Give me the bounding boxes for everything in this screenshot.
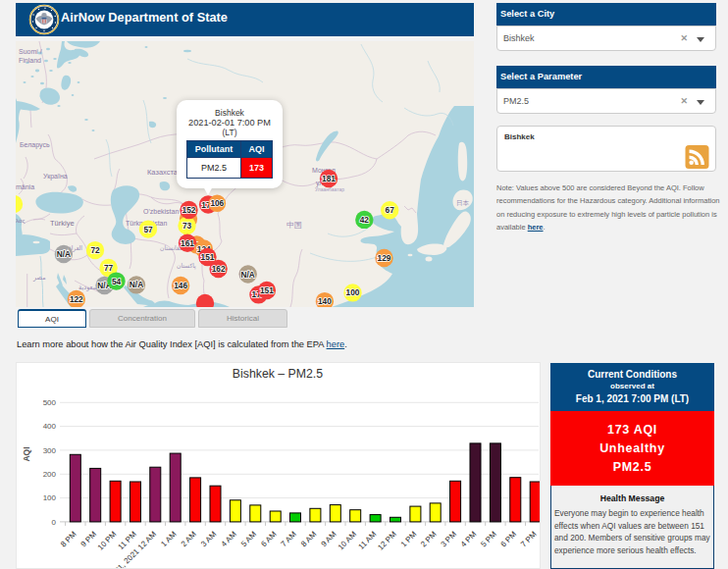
svg-text:181: 181: [322, 174, 336, 183]
svg-text:72: 72: [90, 245, 100, 255]
svg-text:日本: 日本: [456, 199, 470, 206]
svg-text:146: 146: [174, 281, 187, 290]
svg-text:مصر: مصر: [32, 274, 46, 282]
svg-text:73: 73: [182, 221, 192, 231]
svg-text:λάς: λάς: [16, 218, 25, 224]
svg-text:O'zbekistan: O'zbekistan: [143, 208, 179, 215]
svg-text:中国: 中国: [286, 221, 302, 230]
svg-text:100: 100: [43, 493, 57, 502]
svg-text:129: 129: [378, 253, 391, 263]
svg-text:N/A: N/A: [57, 249, 71, 259]
svg-text:57: 57: [143, 225, 153, 234]
svg-text:mânia: mânia: [16, 183, 34, 190]
svg-text:Türkiye: Türkiye: [50, 219, 75, 228]
svg-text:77: 77: [104, 263, 114, 273]
svg-text:106: 106: [210, 198, 224, 208]
svg-text:AQI: AQI: [22, 446, 31, 461]
svg-text:0: 0: [52, 518, 57, 527]
svg-text:N/A: N/A: [241, 270, 255, 280]
svg-text:Україна: Україна: [43, 173, 68, 181]
svg-text:N/A: N/A: [130, 280, 143, 289]
svg-text:54: 54: [112, 277, 122, 286]
svg-text:Bishkek – PM2.5: Bishkek – PM2.5: [233, 367, 323, 381]
svg-text:151: 151: [201, 252, 215, 262]
svg-text:42: 42: [360, 215, 370, 225]
svg-text:200: 200: [43, 470, 57, 479]
svg-text:Беларусь: Беларусь: [20, 141, 50, 149]
svg-text:500: 500: [43, 398, 57, 407]
svg-text:Finland: Finland: [19, 57, 41, 64]
svg-text:400: 400: [43, 422, 57, 431]
svg-text:122: 122: [70, 294, 83, 304]
svg-text:161: 161: [181, 238, 194, 248]
svg-text:152: 152: [182, 205, 196, 215]
svg-text:140: 140: [318, 296, 332, 306]
svg-text:67: 67: [386, 205, 395, 215]
svg-text:پاکستان: پاکستان: [177, 263, 196, 270]
svg-text:Suomi /: Suomi /: [19, 48, 42, 55]
svg-text:151: 151: [260, 285, 274, 295]
svg-text:100: 100: [346, 287, 360, 297]
svg-text:300: 300: [43, 446, 57, 455]
svg-text:162: 162: [212, 264, 226, 274]
